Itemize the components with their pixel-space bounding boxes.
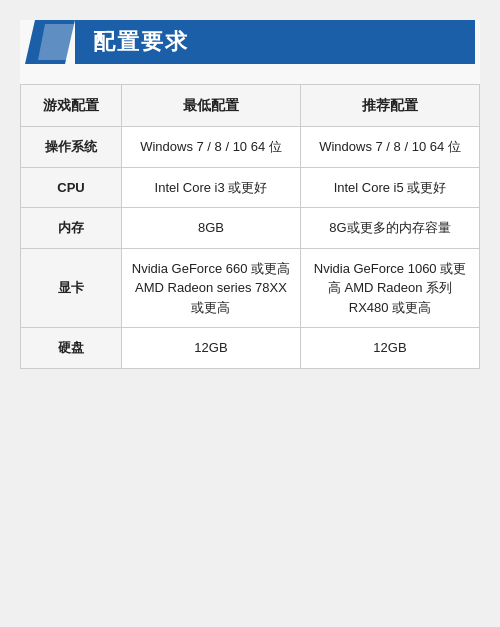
table-row: 内存8GB8G或更多的内存容量 [21, 208, 480, 249]
cell-label: CPU [21, 167, 122, 208]
page-title: 配置要求 [93, 27, 189, 57]
table-row: 操作系统Windows 7 / 8 / 10 64 位Windows 7 / 8… [21, 127, 480, 168]
cell-recommended: Intel Core i5 或更好 [300, 167, 479, 208]
col-header-label: 游戏配置 [21, 85, 122, 127]
cell-recommended: 8G或更多的内存容量 [300, 208, 479, 249]
header-shape-icon [25, 20, 75, 64]
table-row: CPUIntel Core i3 或更好Intel Core i5 或更好 [21, 167, 480, 208]
table-row: 显卡Nvidia GeForce 660 或更高 AMD Radeon seri… [21, 248, 480, 328]
table-header-row: 游戏配置 最低配置 推荐配置 [21, 85, 480, 127]
cell-recommended: Nvidia GeForce 1060 或更高 AMD Radeon 系列 RX… [300, 248, 479, 328]
header: 配置要求 [20, 20, 480, 64]
page-wrapper: 配置要求 游戏配置 最低配置 推荐配置 操作系统Windows 7 / 8 / … [20, 20, 480, 369]
cell-min: 12GB [121, 328, 300, 369]
cell-label: 内存 [21, 208, 122, 249]
cell-min: Windows 7 / 8 / 10 64 位 [121, 127, 300, 168]
table-row: 硬盘12GB12GB [21, 328, 480, 369]
cell-min: 8GB [121, 208, 300, 249]
cell-recommended: 12GB [300, 328, 479, 369]
config-table: 游戏配置 最低配置 推荐配置 操作系统Windows 7 / 8 / 10 64… [20, 84, 480, 369]
cell-recommended: Windows 7 / 8 / 10 64 位 [300, 127, 479, 168]
cell-label: 显卡 [21, 248, 122, 328]
cell-min: Nvidia GeForce 660 或更高 AMD Radeon series… [121, 248, 300, 328]
cell-label: 硬盘 [21, 328, 122, 369]
cell-label: 操作系统 [21, 127, 122, 168]
col-header-min: 最低配置 [121, 85, 300, 127]
header-title-box: 配置要求 [75, 20, 475, 64]
cell-min: Intel Core i3 或更好 [121, 167, 300, 208]
col-header-recommended: 推荐配置 [300, 85, 479, 127]
